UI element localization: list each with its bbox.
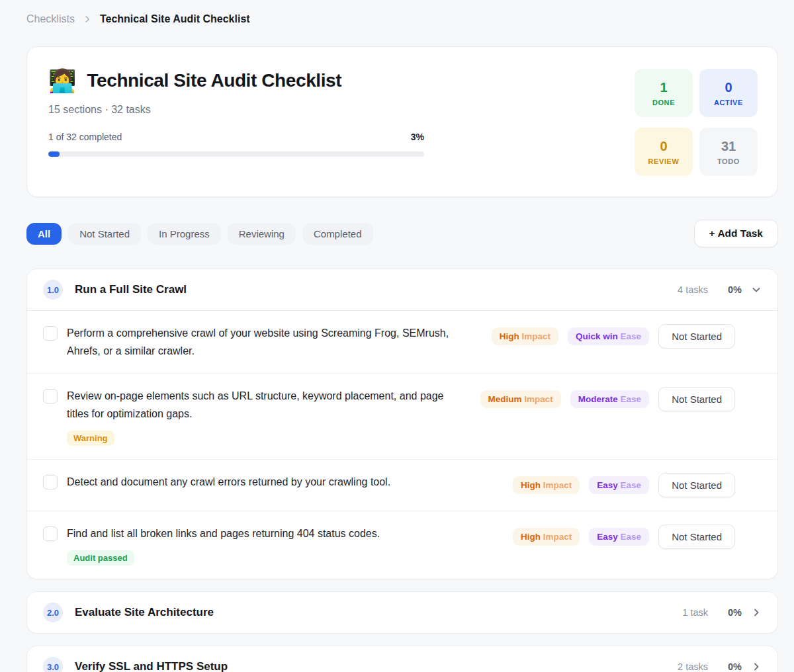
section-card-3: 3.0 Verify SSL and HTTPS Setup 2 tasks 0… [26,646,778,672]
task-4-status-button[interactable]: Not Started [658,525,735,549]
task-2-text: Review on-page elements such as URL stru… [67,387,467,423]
ease-badge: Easy Ease [589,528,649,546]
section-2-percent: 0% [728,607,742,618]
progress-percent: 3% [411,132,424,142]
filter-row: All Not Started In Progress Reviewing Co… [26,220,778,247]
technologist-emoji-icon: 👩‍💻 [48,69,76,92]
chevron-right-icon[interactable] [751,661,762,672]
task-4-text: Find and list all broken links and pages… [67,525,500,542]
ease-badge: Easy Ease [589,476,649,494]
task-1-checkbox[interactable] [43,326,58,341]
task-2-badges: Medium Impact Moderate Ease Not Started [480,387,735,411]
task-3-text: Detect and document any crawl errors ret… [67,473,500,491]
checklist-header-card: 👩‍💻 Technical Site Audit Checklist 15 se… [26,46,778,197]
stat-done-value: 1 [660,80,667,95]
stat-todo-value: 31 [721,139,736,154]
progress-bar [48,151,424,157]
task-row: Detect and document any crawl errors ret… [27,459,777,511]
warning-tag: Warning [67,431,114,446]
ease-badge: Quick win Ease [568,327,649,345]
section-3-task-count: 2 tasks [678,661,708,672]
stat-done: 1 DONE [635,69,693,117]
tab-in-progress[interactable]: In Progress [148,223,221,245]
impact-badge: Medium Impact [480,390,561,408]
tab-all[interactable]: All [26,223,62,245]
impact-badge: High Impact [513,528,580,546]
impact-badge: High Impact [492,327,558,345]
audit-passed-tag: Audit passed [67,550,134,566]
ease-badge: Moderate Ease [570,390,649,408]
stats-grid: 1 DONE 0 ACTIVE 0 REVIEW 31 TODO [635,69,758,176]
section-3-title: Verify SSL and HTTPS Setup [75,660,228,672]
filter-tabs: All Not Started In Progress Reviewing Co… [26,223,373,245]
stat-active-label: ACTIVE [714,99,743,106]
section-1-percent: 0% [728,284,742,295]
task-4-badges: High Impact Easy Ease Not Started [513,525,735,549]
section-3-percent: 0% [728,661,742,672]
stat-todo-label: TODO [717,157,740,165]
task-3-status-button[interactable]: Not Started [658,473,735,497]
task-list: Perform a comprehensive crawl of your we… [27,310,777,579]
stat-active-value: 0 [725,80,732,95]
task-1-body: Perform a comprehensive crawl of your we… [67,324,492,360]
task-4-checkbox[interactable] [43,526,58,541]
section-1-number-badge: 1.0 [43,280,63,300]
stat-review-value: 0 [660,139,667,154]
section-1-task-count: 4 tasks [678,284,708,295]
task-2-checkbox[interactable] [43,389,58,403]
breadcrumb-current: Technical Site Audit Checklist [100,13,250,25]
task-2-body: Review on-page elements such as URL stru… [67,387,480,446]
task-4-body: Find and list all broken links and pages… [67,525,513,566]
stat-done-label: DONE [652,99,675,106]
task-3-badges: High Impact Easy Ease Not Started [513,473,735,497]
task-1-badges: High Impact Quick win Ease Not Started [492,324,735,349]
progress-label: 1 of 32 completed [48,132,122,142]
stat-todo: 31 TODO [699,128,758,176]
progress-fill [48,151,60,157]
section-2-number-badge: 2.0 [43,603,63,622]
stat-active: 0 ACTIVE [699,69,758,117]
task-2-status-button[interactable]: Not Started [658,387,735,411]
section-card-2: 2.0 Evaluate Site Architecture 1 task 0% [26,591,778,634]
chevron-right-icon[interactable] [751,607,762,618]
task-row: Review on-page elements such as URL stru… [27,373,777,459]
impact-badge: High Impact [513,476,580,494]
section-3-number-badge: 3.0 [43,657,63,672]
section-2-task-count: 1 task [682,607,708,618]
task-3-body: Detect and document any crawl errors ret… [67,473,513,491]
section-card-1: 1.0 Run a Full Site Crawl 4 tasks 0% Per… [26,269,778,579]
task-row: Find and list all broken links and pages… [27,511,777,579]
task-row: Perform a comprehensive crawl of your we… [27,311,777,373]
chevron-down-icon[interactable] [751,284,762,295]
chevron-right-icon [83,15,92,24]
section-1-header[interactable]: 1.0 Run a Full Site Crawl 4 tasks 0% [27,269,777,310]
stat-review: 0 REVIEW [635,128,693,176]
section-1-title: Run a Full Site Crawl [75,283,187,296]
progress-section: 1 of 32 completed 3% [48,132,424,157]
add-task-button[interactable]: + Add Task [694,220,778,247]
tab-not-started[interactable]: Not Started [68,223,141,245]
breadcrumb-parent-link[interactable]: Checklists [26,13,75,25]
page: Checklists Technical Site Audit Checklis… [26,0,778,672]
task-3-checkbox[interactable] [43,475,58,489]
task-1-status-button[interactable]: Not Started [658,324,735,349]
section-2-title: Evaluate Site Architecture [75,606,214,619]
section-3-header[interactable]: 3.0 Verify SSL and HTTPS Setup 2 tasks 0… [27,646,777,672]
breadcrumb: Checklists Technical Site Audit Checklis… [26,0,778,26]
stat-review-label: REVIEW [648,157,680,165]
section-2-header[interactable]: 2.0 Evaluate Site Architecture 1 task 0% [27,592,777,633]
task-1-text: Perform a comprehensive crawl of your we… [67,324,478,360]
tab-reviewing[interactable]: Reviewing [228,223,296,245]
page-title: Technical Site Audit Checklist [87,70,341,91]
tab-completed[interactable]: Completed [302,223,373,245]
